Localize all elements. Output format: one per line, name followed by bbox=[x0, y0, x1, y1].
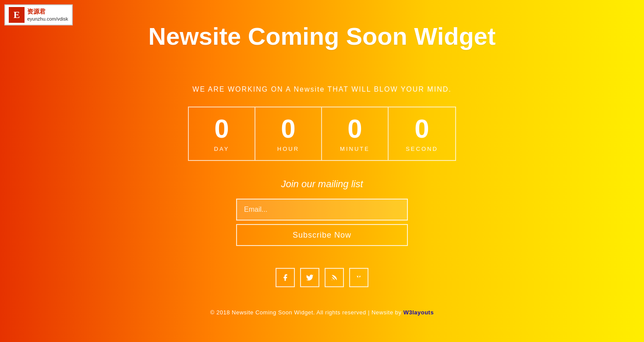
mailing-title: Join our mailing list bbox=[281, 178, 363, 190]
countdown-day: 0 DAY bbox=[189, 107, 255, 160]
page-title: Newsite Coming Soon Widget bbox=[149, 22, 496, 50]
email-input[interactable] bbox=[236, 199, 408, 221]
watermark: E 资源君 eyunzhu.com/vdisk bbox=[4, 4, 73, 25]
rss-icon[interactable] bbox=[325, 268, 344, 287]
vk-icon[interactable] bbox=[349, 268, 368, 287]
subtitle: WE ARE WORKING ON A Newsite THAT WILL BL… bbox=[192, 86, 451, 93]
day-value: 0 bbox=[214, 116, 229, 142]
facebook-icon[interactable] bbox=[276, 268, 295, 287]
countdown-container: 0 DAY 0 HOUR 0 MINUTE 0 SECOND bbox=[188, 107, 456, 161]
svg-point-0 bbox=[332, 280, 333, 281]
watermark-text: 资源君 eyunzhu.com/vdisk bbox=[27, 7, 68, 23]
second-label: SECOND bbox=[406, 146, 438, 152]
minute-label: MINUTE bbox=[340, 146, 370, 152]
countdown-hour: 0 HOUR bbox=[255, 107, 322, 160]
social-icons bbox=[276, 268, 368, 287]
footer-text: © 2018 Newsite Coming Soon Widget. All r… bbox=[210, 309, 402, 316]
watermark-line2: eyunzhu.com/vdisk bbox=[27, 16, 68, 22]
twitter-icon[interactable] bbox=[300, 268, 319, 287]
watermark-line1: 资源君 bbox=[27, 7, 68, 16]
subscribe-button[interactable]: Subscribe Now bbox=[236, 224, 408, 246]
day-label: DAY bbox=[214, 146, 230, 152]
watermark-icon: E bbox=[9, 7, 25, 23]
hour-label: HOUR bbox=[277, 146, 299, 152]
countdown-minute: 0 MINUTE bbox=[322, 107, 389, 160]
minute-value: 0 bbox=[347, 116, 362, 142]
hour-value: 0 bbox=[281, 116, 295, 142]
footer: © 2018 Newsite Coming Soon Widget. All r… bbox=[210, 309, 434, 316]
second-value: 0 bbox=[414, 116, 429, 142]
countdown-second: 0 SECOND bbox=[389, 107, 455, 160]
footer-link[interactable]: W3layouts bbox=[403, 309, 434, 316]
